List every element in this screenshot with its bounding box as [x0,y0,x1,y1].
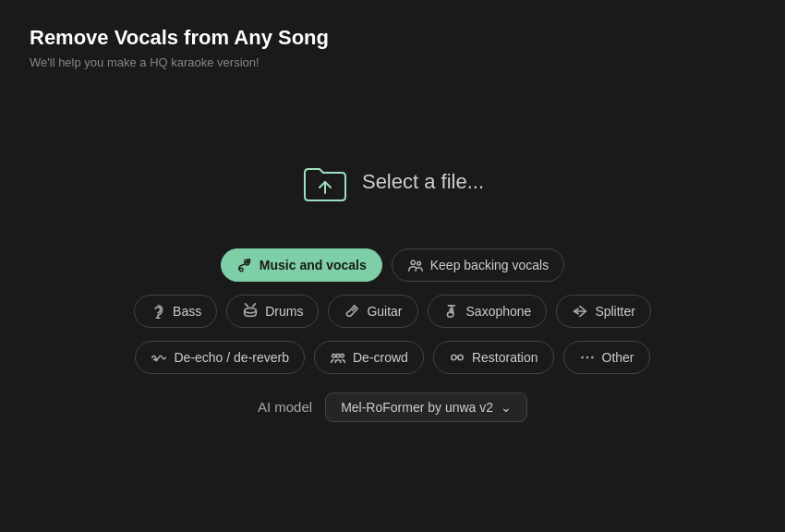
ai-model-value: Mel-RoFormer by unwa v2 [341,400,493,415]
people-icon [407,257,424,273]
svg-point-4 [417,261,421,265]
main-content: Select a file... Music and vocals [0,79,785,532]
music-vocals-icon [236,257,253,273]
option-splitter[interactable]: Splitter [556,295,651,328]
file-select-button[interactable]: Select a file... [301,162,484,202]
drums-label: Drums [265,304,303,319]
bass-label: Bass [173,304,201,319]
option-other[interactable]: Other [563,341,650,374]
drums-icon [242,303,259,320]
splitter-icon [572,303,588,320]
options-section: Music and vocals Keep backing vocals [134,248,651,374]
wave-icon [151,349,167,366]
header: Remove Vocals from Any Song We'll help y… [0,0,785,79]
svg-point-17 [332,354,336,357]
chevron-down-icon: ⌄ [501,400,512,415]
svg-point-19 [341,354,344,357]
page-title: Remove Vocals from Any Song [30,26,755,50]
option-drums[interactable]: Drums [226,295,319,328]
option-saxophone[interactable]: Saxophone [428,295,548,328]
guitar-icon [344,303,360,320]
saxophone-label: Saxophone [466,304,532,319]
keep-backing-label: Keep backing vocals [430,258,549,272]
ai-model-select[interactable]: Mel-RoFormer by unwa v2 ⌄ [325,393,527,422]
option-guitar[interactable]: Guitar [328,295,417,328]
svg-point-25 [591,356,594,358]
decrowd-icon [330,349,346,366]
hearing-icon [150,303,166,320]
option-bass[interactable]: Bass [134,295,217,328]
restoration-icon [449,349,465,366]
decrowd-label: De-crowd [353,350,408,365]
music-vocals-label: Music and vocals [260,258,367,272]
ai-model-label: AI model [258,399,312,415]
file-select-area[interactable]: Select a file... [301,162,484,202]
option-music-vocals[interactable]: Music and vocals [221,248,382,282]
other-label: Other [602,350,634,365]
deecho-label: De-echo / de-reverb [174,350,289,365]
dots-icon [579,349,596,366]
svg-point-1 [239,268,243,272]
select-file-label: Select a file... [362,170,484,194]
folder-icon [301,162,349,202]
page-subtitle: We'll help you make a HQ karaoke version… [30,55,755,69]
options-row-3: De-echo / de-reverb De-crowd [135,341,649,374]
splitter-label: Splitter [595,304,635,319]
sax-icon [443,303,460,320]
svg-point-5 [245,308,257,312]
svg-point-10 [450,308,452,310]
options-row-1: Music and vocals Keep backing vocals [221,248,564,282]
guitar-label: Guitar [367,304,402,319]
svg-point-18 [336,354,340,357]
svg-point-3 [411,260,416,265]
svg-point-11 [451,311,453,313]
options-row-2: Bass Drums [134,295,651,328]
ai-model-row: AI model Mel-RoFormer by unwa v2 ⌄ [258,393,527,422]
svg-point-24 [586,356,588,358]
option-restoration[interactable]: Restoration [433,341,554,374]
svg-line-6 [246,303,248,306]
option-keep-backing[interactable]: Keep backing vocals [392,248,564,282]
restoration-label: Restoration [472,350,538,365]
option-deecho[interactable]: De-echo / de-reverb [135,341,305,374]
svg-line-7 [253,303,256,306]
option-decrowd[interactable]: De-crowd [314,341,424,374]
svg-point-23 [581,356,584,358]
